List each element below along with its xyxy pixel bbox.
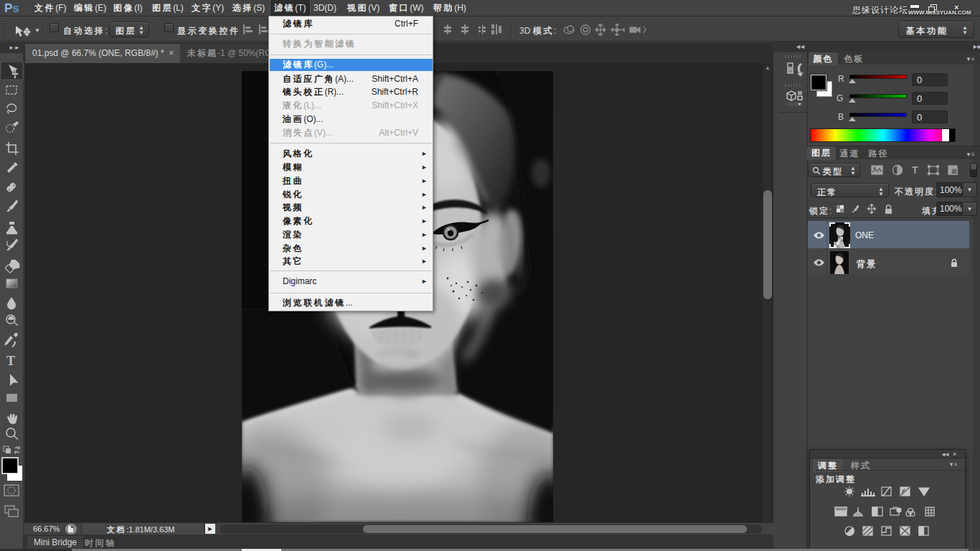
svg-text:T: T: [912, 164, 918, 176]
svg-text:T: T: [6, 354, 15, 368]
